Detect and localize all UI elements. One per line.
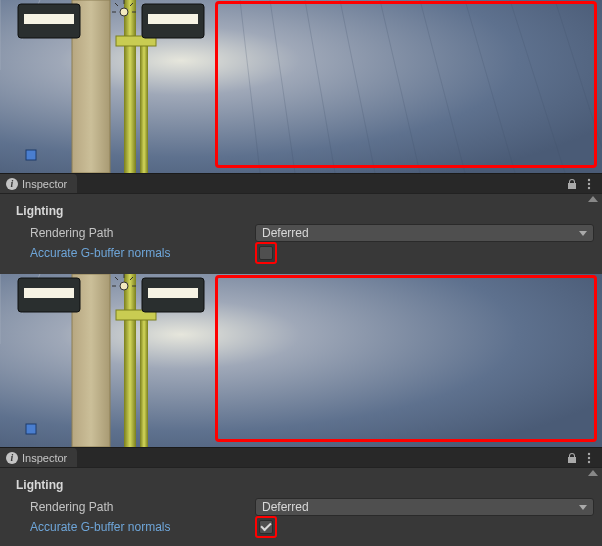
tab-bar: i Inspector [0, 448, 602, 468]
tab-bar: i Inspector [0, 174, 602, 194]
dropdown-value: Deferred [262, 226, 309, 240]
label-accurate-gbuffer: Accurate G-buffer normals [30, 520, 255, 534]
highlight-region [215, 1, 597, 168]
svg-rect-35 [148, 288, 198, 298]
scene-viewport [0, 0, 602, 173]
svg-rect-7 [140, 40, 148, 173]
label-rendering-path: Rendering Path [30, 500, 255, 514]
info-icon: i [6, 452, 18, 464]
checkbox-highlight [255, 516, 277, 538]
chevron-down-icon [579, 231, 587, 236]
svg-rect-29 [124, 274, 136, 447]
svg-point-44 [588, 456, 590, 458]
comparison-block-off: i Inspector Lighting Rendering Path Defe… [0, 0, 602, 274]
tab-label: Inspector [22, 452, 67, 464]
svg-point-20 [588, 178, 590, 180]
row-accurate-gbuffer: Accurate G-buffer normals [0, 518, 602, 536]
svg-point-13 [120, 8, 128, 16]
row-rendering-path: Rendering Path Deferred [0, 498, 602, 516]
chevron-down-icon [579, 505, 587, 510]
svg-point-22 [588, 186, 590, 188]
tab-label: Inspector [22, 178, 67, 190]
dropdown-rendering-path[interactable]: Deferred [255, 224, 594, 242]
svg-rect-42 [26, 424, 36, 434]
svg-point-36 [120, 282, 128, 290]
svg-rect-12 [148, 14, 198, 24]
dropdown-value: Deferred [262, 500, 309, 514]
kebab-icon[interactable] [584, 178, 594, 190]
svg-rect-33 [24, 288, 74, 298]
info-icon: i [6, 178, 18, 190]
checkbox-accurate-gbuffer[interactable] [259, 246, 273, 260]
svg-rect-6 [124, 0, 136, 173]
svg-point-45 [588, 460, 590, 462]
row-rendering-path: Rendering Path Deferred [0, 224, 602, 242]
comparison-block-on: i Inspector Lighting Rendering Path Defe… [0, 274, 602, 546]
inspector-panel: i Inspector Lighting Rendering Path Defe… [0, 173, 602, 274]
section-header-lighting: Lighting [0, 200, 602, 224]
svg-point-43 [588, 452, 590, 454]
collapse-arrow-icon[interactable] [588, 470, 598, 476]
svg-rect-10 [24, 14, 74, 24]
tab-inspector[interactable]: i Inspector [0, 448, 77, 467]
collapse-arrow-icon[interactable] [588, 196, 598, 202]
inspector-panel: i Inspector Lighting Rendering Path Defe… [0, 447, 602, 546]
kebab-icon[interactable] [584, 452, 594, 464]
scene-viewport [0, 274, 602, 447]
label-rendering-path: Rendering Path [30, 226, 255, 240]
tab-inspector[interactable]: i Inspector [0, 174, 77, 193]
checkbox-accurate-gbuffer[interactable] [259, 520, 273, 534]
label-accurate-gbuffer: Accurate G-buffer normals [30, 246, 255, 260]
checkbox-highlight [255, 242, 277, 264]
lock-icon[interactable] [566, 452, 578, 464]
section-header-lighting: Lighting [0, 474, 602, 498]
dropdown-rendering-path[interactable]: Deferred [255, 498, 594, 516]
lock-icon[interactable] [566, 178, 578, 190]
svg-point-21 [588, 182, 590, 184]
svg-rect-19 [26, 150, 36, 160]
svg-rect-30 [140, 314, 148, 447]
row-accurate-gbuffer: Accurate G-buffer normals [0, 244, 602, 262]
highlight-region [215, 275, 597, 442]
